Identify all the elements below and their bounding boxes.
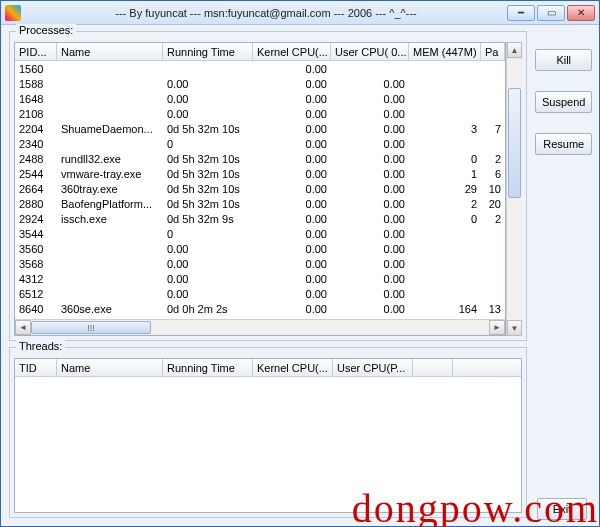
resume-button[interactable]: Resume — [535, 133, 592, 155]
titlebar[interactable]: --- By fuyuncat --- msn:fuyuncat@gmail.c… — [1, 1, 599, 25]
vscroll-up-icon[interactable]: ▲ — [507, 42, 522, 58]
table-row[interactable]: 43120.000.000.00 — [15, 271, 505, 286]
table-row[interactable]: 8640360se.exe0d 0h 2m 2s0.000.0016413 — [15, 301, 505, 316]
col-tuser-cpu[interactable]: User CPU(P... — [333, 359, 413, 376]
table-row[interactable]: 2664360tray.exe0d 5h 32m 10s0.000.002910 — [15, 181, 505, 196]
col-user-cpu[interactable]: User CPU( 0... — [331, 43, 409, 60]
table-row[interactable]: 16480.000.000.00 — [15, 91, 505, 106]
app-window: --- By fuyuncat --- msn:fuyuncat@gmail.c… — [0, 0, 600, 527]
table-row[interactable]: 354400.000.00 — [15, 226, 505, 241]
col-truntime[interactable]: Running Time — [163, 359, 253, 376]
table-row[interactable]: 35600.000.000.00 — [15, 241, 505, 256]
processes-hscroll[interactable]: ◄ !!! ► — [15, 319, 505, 335]
col-pid[interactable]: PID... — [15, 43, 57, 60]
hscroll-thumb[interactable]: !!! — [31, 321, 151, 334]
table-row[interactable]: 21080.000.000.00 — [15, 106, 505, 121]
maximize-button[interactable]: ▭ — [537, 5, 565, 21]
col-name[interactable]: Name — [57, 43, 163, 60]
processes-label: Processes: — [16, 24, 76, 36]
exit-button[interactable]: Exit — [537, 498, 587, 520]
processes-listview[interactable]: PID... Name Running Time Kernel CPU(... … — [14, 42, 506, 336]
col-mem[interactable]: MEM (447M) — [409, 43, 481, 60]
table-row[interactable]: 15880.000.000.00 — [15, 76, 505, 91]
table-row[interactable]: 2880BaofengPlatform...0d 5h 32m 10s0.000… — [15, 196, 505, 211]
vscroll-thumb[interactable] — [508, 88, 521, 198]
suspend-button[interactable]: Suspend — [535, 91, 592, 113]
table-row[interactable]: 65120.000.000.00 — [15, 286, 505, 301]
client-area: Processes: PID... Name Running Time Kern… — [1, 25, 599, 526]
col-runtime[interactable]: Running Time — [163, 43, 253, 60]
close-button[interactable]: ✕ — [567, 5, 595, 21]
processes-header[interactable]: PID... Name Running Time Kernel CPU(... … — [15, 43, 505, 61]
threads-header[interactable]: TID Name Running Time Kernel CPU(... Use… — [15, 359, 521, 377]
processes-group: Processes: PID... Name Running Time Kern… — [9, 31, 527, 341]
threads-listview[interactable]: TID Name Running Time Kernel CPU(... Use… — [14, 358, 522, 513]
vscroll-down-icon[interactable]: ▼ — [507, 320, 522, 336]
table-row[interactable]: 234000.000.00 — [15, 136, 505, 151]
kill-button[interactable]: Kill — [535, 49, 592, 71]
hscroll-left-icon[interactable]: ◄ — [15, 320, 31, 335]
processes-vscroll[interactable]: ▲ ▼ — [506, 42, 522, 336]
col-kernel-cpu[interactable]: Kernel CPU(... — [253, 43, 331, 60]
table-row[interactable]: 2924issch.exe0d 5h 32m 9s0.000.0002 — [15, 211, 505, 226]
table-row[interactable]: 2544vmware-tray.exe0d 5h 32m 10s0.000.00… — [15, 166, 505, 181]
col-tblank[interactable] — [413, 359, 453, 376]
col-pa[interactable]: Pa — [481, 43, 505, 60]
col-tname[interactable]: Name — [57, 359, 163, 376]
hscroll-right-icon[interactable]: ► — [489, 320, 505, 335]
threads-label: Threads: — [16, 340, 65, 352]
minimize-button[interactable]: ━ — [507, 5, 535, 21]
table-row[interactable]: 2204ShuameDaemon...0d 5h 32m 10s0.000.00… — [15, 121, 505, 136]
col-tid[interactable]: TID — [15, 359, 57, 376]
processes-rows[interactable]: 15600.0015880.000.000.0016480.000.000.00… — [15, 61, 505, 319]
threads-rows[interactable] — [15, 377, 521, 512]
table-row[interactable]: 35680.000.000.00 — [15, 256, 505, 271]
app-icon — [5, 5, 21, 21]
window-title: --- By fuyuncat --- msn:fuyuncat@gmail.c… — [25, 7, 507, 19]
col-tkernel-cpu[interactable]: Kernel CPU(... — [253, 359, 333, 376]
table-row[interactable]: 2488rundll32.exe0d 5h 32m 10s0.000.0002 — [15, 151, 505, 166]
threads-group: Threads: TID Name Running Time Kernel CP… — [9, 347, 527, 518]
table-row[interactable]: 15600.00 — [15, 61, 505, 76]
